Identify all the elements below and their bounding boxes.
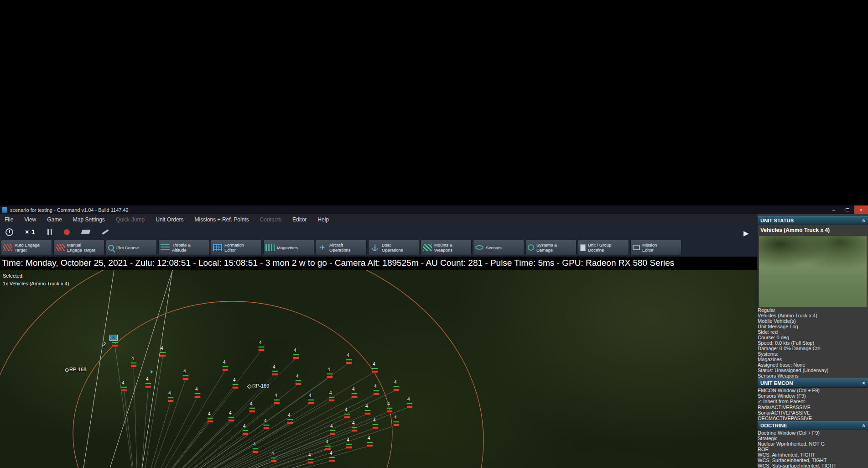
map-unit-hostile[interactable]: 4	[194, 395, 201, 398]
map-unit-hostile[interactable]: 4	[258, 349, 265, 352]
map-unit-hostile[interactable]: 4	[307, 461, 314, 464]
map-unit-hostile[interactable]: 4	[346, 446, 352, 449]
weapons-button[interactable]: Weapons	[777, 373, 798, 379]
collapse-chevron-icon[interactable]: »	[861, 424, 867, 427]
toolbar-systems-damage-button[interactable]: Systems &Damage	[525, 240, 577, 255]
map-unit-hostile[interactable]: 4	[329, 459, 335, 462]
time-compression-label[interactable]: × 1	[25, 228, 36, 236]
map-unit-hostile[interactable]: 4	[242, 432, 249, 435]
map-flag-icon[interactable]: ×	[109, 335, 118, 341]
close-button[interactable]: ×	[854, 205, 868, 214]
radar-active-button[interactable]: ACTIVE	[771, 405, 790, 410]
doctrine-window-button[interactable]: Doctrine Window (Ctrl + F9)	[758, 430, 868, 436]
oecm-passive-button[interactable]: PASSIVE	[791, 415, 812, 421]
eraser-icon[interactable]	[81, 230, 90, 234]
map-unit-hostile[interactable]: 4	[112, 344, 118, 347]
damage-ctrl-button[interactable]: Damage Ctrl	[792, 346, 821, 351]
menu-file[interactable]: File	[5, 216, 13, 223]
map-unit-hostile[interactable]: 4	[372, 426, 379, 429]
map-unit-hostile[interactable]: 4	[145, 385, 151, 388]
map-unit-hostile[interactable]: 4	[263, 427, 270, 430]
map-unit-hostile[interactable]: 4	[207, 420, 213, 423]
minimize-button[interactable]: –	[827, 205, 841, 214]
map-unit-hostile[interactable]: 4	[346, 362, 352, 364]
inherit-from-parent-checkbox[interactable]: ✓	[758, 399, 762, 404]
toolbar-throttle-altitude-button[interactable]: Throttle &Altitude	[158, 240, 209, 255]
map-unit-hostile[interactable]: 4	[386, 410, 393, 413]
map-unit-hostile[interactable]: 4	[351, 429, 358, 432]
map-unit-hostile[interactable]: 4	[130, 365, 137, 368]
menu-unit-orders[interactable]: Unit Orders	[156, 216, 183, 223]
record-icon[interactable]	[64, 229, 70, 235]
map-unit-hostile[interactable]: 4	[272, 373, 278, 376]
radar-passive-button[interactable]: PASSIVE	[790, 405, 811, 410]
oecm-active-button[interactable]: ACTIVE	[773, 415, 791, 421]
toolbar-manual-engage-target-button[interactable]: ManualEngage Target	[53, 240, 104, 255]
map-unit-hostile[interactable]: 4	[249, 410, 255, 413]
map-unit-hostile[interactable]: 4	[351, 395, 358, 398]
map-unit-hostile[interactable]: 4	[393, 424, 400, 426]
map-unit-hostile[interactable]: 4	[274, 402, 280, 405]
sensors-button[interactable]: Sensors	[758, 373, 776, 379]
map-unit-hostile[interactable]: 4	[329, 432, 336, 435]
map-unit-hostile[interactable]: 4	[373, 393, 379, 395]
map-unit-hostile[interactable]: 4	[182, 378, 189, 380]
map-unit-hostile[interactable]: 4	[228, 419, 234, 422]
map-unit-hostile[interactable]: 4	[222, 368, 229, 371]
map-unit-hostile[interactable]: 4	[160, 354, 166, 357]
unit-message-log-button[interactable]: Unit Message Log	[758, 324, 868, 329]
toolbar-unit-group-doctrine-button[interactable]: Unit / GroupDoctrine	[578, 240, 629, 255]
unit-status-header[interactable]: UNIT STATUS »	[758, 216, 868, 225]
magazines-button[interactable]: Magazines	[758, 357, 868, 362]
toolbar-boat-operations-button[interactable]: BoatOperations	[368, 240, 419, 255]
toolbar-mounts-weapons-button[interactable]: Mounts &Weapons	[421, 240, 472, 255]
map-unit-hostile[interactable]: 4	[344, 416, 350, 419]
menu-map-settings[interactable]: Map Settings	[73, 216, 105, 223]
menu-editor[interactable]: Editor	[292, 216, 307, 223]
sonar-passive-button[interactable]: PASSIVE	[789, 410, 810, 415]
map-unit-hostile[interactable]: 4	[121, 389, 127, 392]
menu-game[interactable]: Game	[47, 216, 62, 223]
sensors-window-button[interactable]: Sensors Window (F9)	[758, 393, 868, 399]
menu-quick-jump[interactable]: Quick Jump	[116, 216, 145, 223]
map-unit-hostile[interactable]: 4	[372, 370, 378, 373]
brush-icon[interactable]	[102, 229, 109, 235]
unit-link[interactable]: Vehicles (Ammo Truck x 4)	[758, 313, 868, 318]
doctrine-row-wcs-sub-surface[interactable]: WCS, Sub-surfaceInherited, TIGHT	[758, 463, 868, 468]
map-unit-hostile[interactable]: 4	[367, 444, 373, 447]
map-unit-hostile[interactable]: 4	[328, 399, 335, 402]
map-unit-hostile[interactable]: 4	[270, 460, 277, 463]
map-unit-hostile[interactable]: 4	[327, 376, 333, 379]
sonar-active-button[interactable]: ACTIVE	[771, 410, 789, 415]
toolbar-aircraft-operations-button[interactable]: AircraftOperations	[316, 240, 367, 255]
collapse-chevron-icon[interactable]: »	[861, 219, 867, 222]
menu-contacts[interactable]: Contacts	[260, 216, 281, 223]
toolbar-plot-course-button[interactable]: Plot Course	[106, 240, 157, 255]
clock-icon[interactable]	[5, 228, 13, 236]
map-unit-hostile[interactable]: 4	[364, 412, 371, 415]
expand-panel-icon[interactable]	[743, 229, 749, 237]
toolbar-auto-engage-target-button[interactable]: Auto EngageTarget	[1, 240, 52, 255]
toolbar-sensors-button[interactable]: Sensors	[473, 240, 524, 255]
emcon-window-button[interactable]: EMCON Window (Ctrl + F9)	[758, 388, 868, 393]
toolbar-magazines-button[interactable]: Magazines	[263, 240, 314, 255]
map-unit-hostile[interactable]: 4	[295, 383, 301, 385]
maximize-button[interactable]	[841, 205, 854, 214]
doctrine-header[interactable]: DOCTRINE »	[758, 421, 868, 430]
unit-emcon-header[interactable]: UNIT EMCON »	[758, 379, 868, 388]
map-unit-hostile[interactable]: 4	[252, 451, 259, 453]
map-unit-hostile[interactable]: 4	[287, 421, 293, 424]
map-unit-hostile[interactable]: 4	[232, 386, 239, 389]
menu-view[interactable]: View	[24, 216, 36, 223]
menu-missions-ref-points[interactable]: Missions + Ref. Points	[195, 216, 249, 223]
toolbar-mission-editor-button[interactable]: MissionEditor	[630, 240, 681, 255]
map-unit-hostile[interactable]: 4	[308, 402, 314, 405]
menu-help[interactable]: Help	[317, 216, 329, 223]
doctrine-row-nuclear-wpn[interactable]: Nuclear WpnInherited, NOT G	[758, 441, 868, 447]
map-unit-hostile[interactable]: 4	[393, 389, 400, 391]
collapse-chevron-icon[interactable]: »	[861, 382, 867, 385]
doctrine-row-wcs-surface[interactable]: WCS, SurfaceInherited, TIGHT	[758, 457, 868, 463]
pause-icon[interactable]	[47, 229, 52, 235]
map-unit-hostile[interactable]: 4	[293, 357, 299, 359]
doctrine-row-wcs-air[interactable]: WCS, AirInherited, TIGHT	[758, 452, 868, 457]
